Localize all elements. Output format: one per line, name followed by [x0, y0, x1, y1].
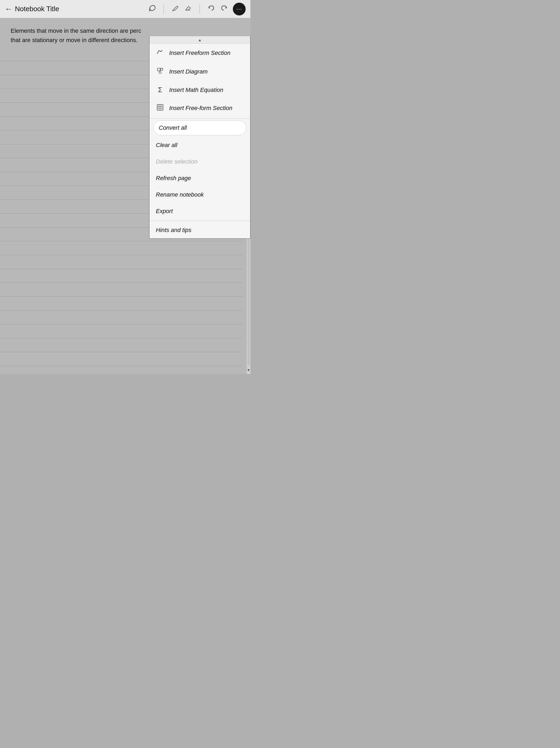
- svg-rect-1: [161, 68, 163, 70]
- dropdown-menu: ▲ Insert Freeform Section Insert Diagram: [149, 36, 251, 239]
- menu-item-refresh-page-label: Refresh page: [156, 175, 191, 182]
- freeform-section-icon: [156, 103, 164, 113]
- lasso-icon[interactable]: [148, 4, 156, 14]
- scroll-down-button[interactable]: ▼: [247, 367, 251, 373]
- ruled-line: [0, 338, 242, 352]
- scroll-indicator-top: ▲: [149, 36, 250, 44]
- redo-icon[interactable]: [220, 4, 228, 14]
- divider-2: [200, 4, 200, 14]
- menu-item-export[interactable]: Export: [149, 203, 250, 219]
- menu-item-convert-all[interactable]: Convert all: [153, 120, 247, 135]
- undo-icon[interactable]: [207, 4, 215, 14]
- diagram-icon: [156, 67, 164, 76]
- menu-item-insert-math[interactable]: Σ Insert Math Equation: [149, 81, 250, 99]
- toolbar: ← Notebook Title: [0, 0, 251, 18]
- menu-item-rename-notebook-label: Rename notebook: [156, 191, 204, 198]
- menu-item-convert-all-label: Convert all: [159, 124, 187, 131]
- menu-item-insert-math-label: Insert Math Equation: [169, 87, 223, 93]
- back-button[interactable]: ←: [5, 5, 12, 13]
- ruled-line: [0, 241, 242, 255]
- scroll-up-arrow: ▲: [198, 38, 202, 42]
- menu-item-hints-and-tips[interactable]: Hints and tips: [149, 222, 250, 238]
- ruled-line: [0, 324, 242, 338]
- menu-item-insert-freeform[interactable]: Insert Freeform Section: [149, 44, 250, 62]
- ruled-line: [0, 255, 242, 269]
- toolbar-right: ···: [233, 3, 246, 16]
- notebook-title: Notebook Title: [15, 5, 59, 13]
- pen-icon[interactable]: [171, 4, 179, 14]
- toolbar-left: ← Notebook Title: [5, 5, 148, 13]
- divider-1: [164, 4, 164, 14]
- ruled-line: [0, 283, 242, 297]
- freeform-icon: [156, 48, 164, 57]
- menu-item-insert-freeform-section-label: Insert Free-form Section: [169, 105, 232, 112]
- svg-point-2: [159, 71, 161, 73]
- menu-item-insert-diagram[interactable]: Insert Diagram: [149, 62, 250, 81]
- menu-item-insert-diagram-label: Insert Diagram: [169, 68, 208, 75]
- math-icon: Σ: [156, 86, 164, 94]
- ruled-line: [0, 269, 242, 283]
- notebook-content: Elements that move in the same direction…: [0, 18, 251, 374]
- eraser-icon[interactable]: [185, 4, 192, 14]
- svg-rect-3: [157, 104, 163, 110]
- menu-item-refresh-page[interactable]: Refresh page: [149, 170, 250, 186]
- more-icon: ···: [236, 6, 242, 12]
- menu-item-insert-freeform-section[interactable]: Insert Free-form Section: [149, 99, 250, 117]
- ruled-line: [0, 297, 242, 311]
- toolbar-middle: [148, 4, 228, 14]
- divider-before-hints: [149, 220, 250, 221]
- svg-rect-0: [158, 68, 160, 71]
- notebook-text-content: Elements that move in the same direction…: [11, 26, 149, 45]
- menu-item-delete-selection-label: Delete selection: [156, 158, 198, 165]
- menu-item-clear-all-label: Clear all: [156, 142, 178, 149]
- menu-item-export-label: Export: [156, 208, 173, 215]
- menu-item-delete-selection[interactable]: Delete selection: [149, 154, 250, 170]
- menu-item-clear-all[interactable]: Clear all: [149, 137, 250, 154]
- menu-item-insert-freeform-label: Insert Freeform Section: [169, 50, 230, 56]
- menu-item-hints-and-tips-label: Hints and tips: [156, 227, 191, 234]
- ruled-line: [0, 352, 242, 366]
- ruled-line: [0, 311, 242, 324]
- more-button[interactable]: ···: [233, 3, 246, 16]
- menu-item-rename-notebook[interactable]: Rename notebook: [149, 186, 250, 203]
